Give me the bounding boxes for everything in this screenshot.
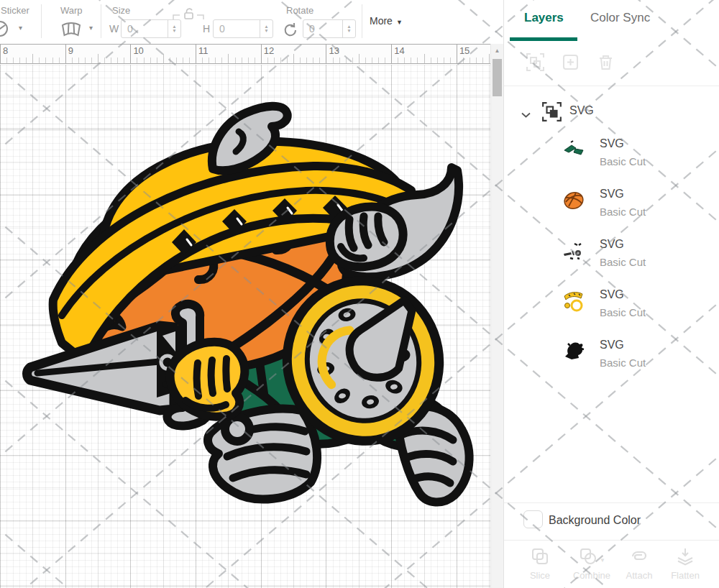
layer-cut-type: Basic Cut [600, 256, 646, 268]
toolbar-divider [41, 4, 42, 38]
ruler-tick-label: 9 [68, 45, 73, 56]
rotate-button[interactable] [282, 21, 299, 41]
combine-button[interactable]: ▼Combine [569, 546, 615, 581]
layer-thumbnail [562, 238, 586, 262]
layer-row[interactable]: SVG Basic Cut [504, 234, 719, 284]
layer-list: SVG Basic Cut SVG Basic Cut SVG Basic Cu… [504, 133, 719, 385]
scrollbar-thumb[interactable] [493, 59, 502, 96]
sticker-icon [0, 19, 9, 38]
width-input[interactable]: 0 ▲▼ [121, 19, 181, 38]
layer-cut-type: Basic Cut [600, 306, 646, 318]
layer-row[interactable]: SVG Basic Cut [504, 133, 719, 183]
rotate-icon [282, 21, 299, 38]
slice-icon [530, 546, 550, 566]
background-color-row[interactable]: Background Color [504, 503, 719, 541]
layer-cut-type: Basic Cut [600, 155, 646, 167]
flatten-icon [675, 546, 695, 566]
layer-thumbnail [562, 339, 586, 363]
mascot-artwork[interactable] [20, 75, 495, 525]
width-stepper[interactable]: ▲▼ [168, 20, 180, 37]
trash-icon [596, 52, 615, 72]
more-caret-icon: ▼ [396, 19, 403, 26]
layer-group-row[interactable]: SVG [504, 99, 719, 125]
ruler-tick-label: 14 [394, 45, 404, 56]
delete-layer-button[interactable] [596, 52, 615, 75]
layer-title: SVG [600, 137, 624, 150]
warp-icon [60, 22, 82, 37]
panel-divider [504, 86, 719, 86]
height-input[interactable]: 0 ▲▼ [213, 19, 273, 38]
duplicate-layer-button[interactable] [561, 52, 580, 75]
canvas-area: 89101112131415 [0, 44, 503, 588]
layer-cut-type: Basic Cut [600, 206, 646, 218]
layer-title: SVG [600, 339, 624, 352]
toolbar-divider [362, 4, 362, 38]
layer-group-label: SVG [569, 104, 594, 117]
bottom-action-label: Flatten [662, 570, 708, 581]
lock-aspect-icon[interactable] [173, 7, 204, 20]
tab-color-sync[interactable]: Color Sync [590, 11, 650, 25]
ruler-tick-label: 13 [329, 45, 339, 56]
rotate-section-label: Rotate [286, 5, 313, 16]
ruler-tick-label: 11 [198, 45, 209, 56]
ruler-tick-label: 12 [264, 45, 274, 56]
layers-panel: Layers Color Sync [503, 0, 719, 588]
height-stepper[interactable]: ▲▼ [260, 20, 273, 37]
combine-icon [578, 546, 598, 566]
ruler-tick-label: 8 [3, 45, 8, 56]
warp-dropdown-caret[interactable]: ▾ [89, 24, 93, 32]
background-color-swatch[interactable] [523, 510, 543, 528]
active-tab-underline [510, 37, 577, 41]
layer-actions-toolbar [504, 50, 719, 79]
more-button[interactable]: More▼ [370, 15, 403, 27]
attach-button[interactable]: Attach [616, 546, 662, 581]
slice-button[interactable]: Slice [517, 546, 563, 581]
chevron-down-icon[interactable] [521, 108, 531, 121]
vertical-scrollbar[interactable]: ▲ [490, 44, 503, 588]
group-icon [541, 101, 562, 125]
layer-title: SVG [600, 288, 624, 301]
group-icon [526, 52, 545, 72]
layer-thumbnail [562, 137, 586, 162]
warp-tool-button[interactable] [60, 22, 82, 40]
horizontal-ruler: 89101112131415 [0, 44, 490, 64]
rotate-input[interactable]: 0 ▲▼ [303, 19, 356, 38]
background-color-label: Background Color [549, 514, 641, 527]
layer-title: SVG [600, 188, 624, 201]
warp-section-label: Warp [60, 5, 83, 16]
layer-row[interactable]: SVG Basic Cut [504, 183, 719, 234]
duplicate-icon [561, 52, 580, 72]
sticker-section-label: Sticker [1, 5, 29, 16]
layer-thumbnail [562, 188, 586, 212]
attach-icon [629, 546, 649, 566]
ruler-tick-label: 10 [133, 45, 143, 56]
layer-thumbnail [562, 288, 586, 313]
top-toolbar: Sticker ▾ Warp ▾ Size W 0 ▲▼ [0, 0, 503, 44]
ruler-tick-label: 15 [459, 45, 470, 56]
bottom-action-label: Slice [517, 570, 563, 581]
layer-cut-type: Basic Cut [600, 357, 646, 369]
tab-layers[interactable]: Layers [524, 11, 564, 25]
size-section-label: Size [112, 5, 130, 16]
layer-title: SVG [600, 238, 624, 251]
layer-row[interactable]: SVG Basic Cut [504, 334, 719, 385]
combine-caret-icon: ▼ [600, 557, 605, 564]
sticker-tool-button[interactable] [0, 19, 9, 41]
flatten-button[interactable]: Flatten [662, 546, 708, 581]
bottom-action-label: Combine [569, 570, 615, 581]
bottom-actions-toolbar: Slice▼CombineAttachFlatten [504, 541, 719, 588]
rotate-stepper[interactable]: ▲▼ [342, 20, 355, 37]
design-app-window: Sticker ▾ Warp ▾ Size W 0 ▲▼ [0, 0, 719, 588]
toolbar-divider [101, 4, 101, 38]
sticker-dropdown-caret[interactable]: ▾ [19, 24, 22, 32]
height-field-label: H [203, 23, 210, 35]
group-layers-button[interactable] [526, 52, 545, 75]
scroll-up-arrow-icon[interactable]: ▲ [491, 44, 503, 58]
bottom-action-label: Attach [616, 570, 662, 581]
canvas-grid[interactable] [0, 65, 490, 588]
width-field-label: W [109, 23, 119, 35]
layer-row[interactable]: SVG Basic Cut [504, 284, 719, 334]
